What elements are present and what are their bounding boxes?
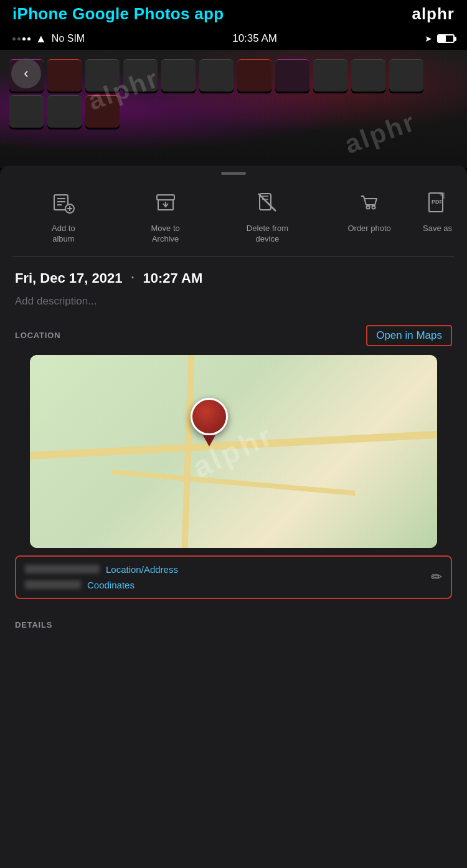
- status-left: ▲ No SIM: [12, 32, 85, 45]
- bottom-sheet: Add toalbum Move toArchive: [0, 166, 467, 868]
- date-separator: ·: [131, 271, 134, 285]
- open-in-maps-button[interactable]: Open in Maps: [366, 325, 452, 346]
- order-photo-label: Order photo: [347, 224, 390, 234]
- action-order-photo[interactable]: Order photo: [318, 186, 420, 234]
- svg-text:PDF: PDF: [432, 199, 443, 205]
- map-pin: [191, 398, 228, 446]
- order-photo-icon: [353, 186, 385, 219]
- signal-dots: [12, 37, 31, 40]
- brand-logo: alphr: [412, 4, 455, 24]
- location-info-box: Location/Address Coodinates ✏: [15, 555, 452, 599]
- add-to-album-label: Add toalbum: [52, 224, 75, 245]
- delete-from-device-label: Delete fromdevice: [247, 224, 288, 245]
- action-add-to-album[interactable]: Add toalbum: [12, 186, 115, 245]
- time-display-photo: 10:27 AM: [143, 270, 202, 286]
- location-data: Location/Address Coodinates: [25, 564, 178, 590]
- details-section-label: DETAILS: [15, 620, 52, 630]
- photo-area: alphr alphr ‹: [0, 50, 467, 168]
- map-background: alphr: [30, 355, 437, 548]
- back-button[interactable]: ‹: [11, 59, 41, 88]
- location-section-label: LOCATION: [15, 331, 60, 340]
- svg-point-15: [372, 206, 375, 209]
- carrier-label: No SIM: [52, 33, 85, 44]
- address-row: Location/Address: [25, 564, 178, 575]
- address-label: Location/Address: [106, 564, 178, 575]
- action-save-as[interactable]: PDF Save as: [420, 186, 455, 234]
- battery-icon: [437, 34, 455, 43]
- details-section: DETAILS: [0, 606, 467, 630]
- delete-from-device-icon: [251, 186, 283, 219]
- pin-circle: [191, 398, 228, 435]
- wifi-icon: ▲: [35, 32, 47, 45]
- location-section: LOCATION Open in Maps alphr: [0, 325, 467, 548]
- location-header: LOCATION Open in Maps: [15, 325, 452, 346]
- status-bar: ▲ No SIM 10:35 AM ➤: [0, 27, 467, 50]
- map-container[interactable]: alphr: [30, 355, 437, 548]
- action-delete-from-device[interactable]: Delete fromdevice: [217, 186, 319, 245]
- location-arrow-icon: ➤: [425, 34, 432, 44]
- pin-tail: [203, 435, 215, 446]
- action-move-to-archive[interactable]: Move toArchive: [115, 186, 217, 245]
- save-as-icon: PDF: [422, 186, 454, 219]
- road-horizontal-2: [111, 469, 356, 496]
- description-placeholder[interactable]: Add description...: [15, 295, 452, 320]
- coordinates-label: Coodinates: [87, 580, 134, 590]
- back-arrow-icon: ‹: [24, 65, 28, 82]
- move-to-archive-icon: [149, 186, 182, 219]
- brand-bar: iPhone Google Photos app alphr: [0, 0, 467, 27]
- add-to-album-icon: [47, 186, 80, 219]
- road-horizontal-1: [30, 431, 437, 460]
- actions-row: Add toalbum Move toArchive: [0, 175, 467, 256]
- move-to-archive-label: Move toArchive: [151, 224, 180, 245]
- svg-rect-7: [157, 195, 174, 200]
- keyboard-keys: [0, 50, 467, 168]
- date-section: Fri, Dec 17, 2021 · 10:27 AM Add descrip…: [0, 257, 467, 325]
- coordinates-row: Coodinates: [25, 580, 178, 590]
- date-display: Fri, Dec 17, 2021: [15, 270, 122, 286]
- time-display: 10:35 AM: [232, 32, 277, 45]
- brand-title: iPhone Google Photos app: [12, 4, 224, 24]
- coordinates-blur: [25, 580, 81, 589]
- svg-point-14: [367, 206, 370, 209]
- edit-icon[interactable]: ✏: [431, 569, 442, 585]
- save-as-label: Save as: [423, 224, 452, 234]
- date-time-display: Fri, Dec 17, 2021 · 10:27 AM: [15, 270, 452, 286]
- address-blur: [25, 565, 100, 573]
- status-right: ➤: [425, 34, 455, 44]
